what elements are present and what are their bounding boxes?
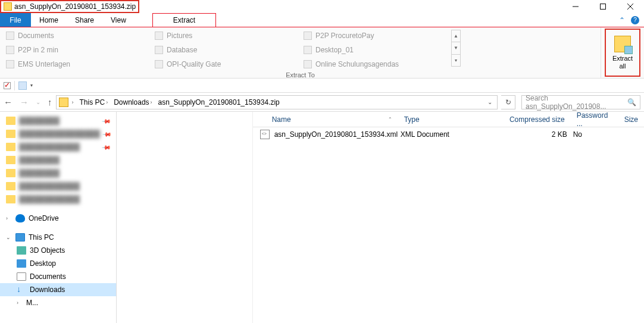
- onedrive-icon: [15, 214, 25, 222]
- col-header-password[interactable]: Password ...: [571, 111, 618, 128]
- breadcrumb-zip[interactable]: asn_SupplyOn_20190801_153934.zip: [156, 96, 282, 109]
- desktop-icon: [17, 259, 26, 268]
- refresh-button[interactable]: ↻: [501, 95, 515, 109]
- scroll-up-icon[interactable]: ▲: [452, 30, 460, 42]
- tab-share[interactable]: Share: [67, 13, 102, 27]
- col-header-size[interactable]: Size: [618, 115, 644, 124]
- sidebar-item-thispc[interactable]: ⌄This PC: [0, 231, 116, 244]
- nav-sidebar: ████████📌 ████████████████📌 ████████████…: [0, 112, 117, 323]
- folder-icon: [6, 60, 14, 68]
- zip-file-icon: [4, 2, 12, 11]
- search-icon: 🔍: [627, 98, 636, 106]
- tab-extract[interactable]: Extract: [152, 13, 216, 27]
- col-header-type[interactable]: Type: [398, 115, 493, 124]
- dest-database[interactable]: Database: [154, 44, 302, 56]
- folder-icon: [304, 46, 312, 54]
- extract-all-icon: [614, 36, 631, 52]
- titlebar: asn_SupplyOn_20190801_153934.zip: [0, 0, 644, 13]
- extract-all-button[interactable]: Extract all: [605, 29, 640, 77]
- dest-p2p-procure[interactable]: P2P ProcuretoPay: [302, 30, 451, 42]
- file-compressed-size: 2 KB: [496, 130, 573, 139]
- close-button[interactable]: [617, 0, 644, 13]
- sidebar-item[interactable]: ████████████: [0, 193, 116, 206]
- pin-icon: 📌: [102, 142, 111, 152]
- dest-scroll[interactable]: ▲ ▼ ▾: [451, 30, 461, 67]
- dest-desktop01[interactable]: Desktop_01: [302, 44, 451, 56]
- column-headers: Name⌃ Type Compressed size Password ... …: [253, 112, 644, 127]
- xml-file-icon: [260, 130, 270, 139]
- sidebar-item[interactable]: ████████: [0, 167, 116, 180]
- sidebar-splitter[interactable]: [117, 112, 119, 323]
- select-all-checkbox[interactable]: [4, 82, 11, 89]
- chevron-right-icon[interactable]: ›: [72, 99, 74, 105]
- chevron-right-icon[interactable]: ›: [6, 215, 12, 221]
- breadcrumb[interactable]: › This PC› Downloads› asn_SupplyOn_20190…: [56, 95, 498, 109]
- dest-opi[interactable]: OPI-Quality Gate: [154, 58, 302, 70]
- up-button[interactable]: ↑: [48, 98, 52, 106]
- extract-to-group: Documents P2P in 2 min EMS Unterlagen Pi…: [0, 27, 601, 78]
- titlebar-filename-highlight: asn_SupplyOn_20190801_153934.zip: [0, 0, 139, 13]
- window-controls: [562, 0, 644, 13]
- quick-access-strip: ▾: [0, 79, 644, 93]
- view-swatch-icon[interactable]: [18, 81, 27, 90]
- address-bar-row: ← → ⌄ ↑ › This PC› Downloads› asn_Supply…: [0, 93, 644, 112]
- col-header-compressed[interactable]: Compressed size: [493, 115, 571, 124]
- sidebar-item[interactable]: ›M...: [0, 296, 116, 309]
- tab-view[interactable]: View: [102, 13, 135, 27]
- documents-icon: [17, 272, 26, 281]
- sidebar-item[interactable]: ████████████: [0, 180, 116, 193]
- dest-pictures[interactable]: Pictures: [154, 30, 302, 42]
- folder-icon: [304, 60, 312, 68]
- dest-documents[interactable]: Documents: [5, 30, 154, 42]
- col-header-name[interactable]: Name⌃: [266, 115, 398, 124]
- sidebar-item-downloads[interactable]: Downloads: [0, 283, 116, 296]
- pin-icon: 📌: [102, 116, 111, 126]
- help-icon[interactable]: ?: [631, 16, 639, 24]
- breadcrumb-downloads[interactable]: Downloads›: [111, 96, 154, 109]
- sidebar-item-onedrive[interactable]: ›OneDrive: [0, 212, 116, 225]
- dest-ems[interactable]: EMS Unterlagen: [5, 58, 154, 70]
- folder-icon: [6, 32, 14, 40]
- preview-pane-gap: [119, 112, 253, 323]
- this-pc-icon: [15, 233, 25, 242]
- breadcrumb-dropdown-icon[interactable]: ⌄: [487, 99, 495, 105]
- collapse-ribbon-icon[interactable]: ⌃: [619, 16, 625, 24]
- sidebar-item-3dobjects[interactable]: 3D Objects: [0, 244, 116, 257]
- folder-icon: [6, 46, 14, 54]
- dest-online-schulung[interactable]: Online Schulungsagendas: [302, 58, 451, 70]
- ribbon-tabs: File Home Share View Extract ⌃ ?: [0, 13, 644, 27]
- sidebar-item-documents[interactable]: Documents: [0, 270, 116, 283]
- sidebar-item[interactable]: ████████📌: [0, 114, 116, 127]
- sidebar-item-desktop[interactable]: Desktop: [0, 257, 116, 270]
- chevron-down-icon[interactable]: ⌄: [6, 234, 12, 240]
- ribbon: Documents P2P in 2 min EMS Unterlagen Pi…: [0, 27, 644, 79]
- dest-p2p2min[interactable]: P2P in 2 min: [5, 44, 154, 56]
- recent-locations-icon[interactable]: ⌄: [36, 99, 40, 105]
- pin-icon: 📌: [102, 129, 112, 139]
- tab-home[interactable]: Home: [31, 13, 67, 27]
- svg-rect-1: [601, 4, 606, 10]
- sidebar-item[interactable]: ████████████📌: [0, 140, 116, 153]
- zip-file-icon: [59, 98, 68, 107]
- file-list: Name⌃ Type Compressed size Password ... …: [253, 112, 644, 323]
- file-row[interactable]: asn_SupplyOn_20190801_153934.xml XML Doc…: [253, 127, 644, 142]
- minimize-button[interactable]: [562, 0, 589, 13]
- folder-icon: [155, 60, 163, 68]
- sort-asc-icon: ⌃: [388, 117, 392, 122]
- maximize-button[interactable]: [589, 0, 617, 13]
- forward-button[interactable]: →: [20, 98, 29, 106]
- search-input[interactable]: Search asn_SupplyOn_201908... 🔍: [521, 95, 640, 109]
- sidebar-item[interactable]: ████████: [0, 153, 116, 167]
- tab-file[interactable]: File: [0, 13, 31, 27]
- dest-dropdown-icon[interactable]: ▾: [452, 55, 460, 66]
- file-name: asn_SupplyOn_20190801_153934.xml: [274, 130, 401, 139]
- back-button[interactable]: ←: [4, 98, 12, 106]
- 3d-objects-icon: [17, 246, 26, 255]
- search-placeholder: Search asn_SupplyOn_201908...: [526, 94, 624, 111]
- scroll-down-icon[interactable]: ▼: [452, 42, 460, 54]
- extract-to-label: Extract To: [5, 70, 596, 80]
- sidebar-item[interactable]: ████████████████📌: [0, 127, 116, 140]
- folder-icon: [155, 32, 163, 40]
- folder-icon: [155, 46, 163, 54]
- breadcrumb-thispc[interactable]: This PC›: [77, 96, 111, 109]
